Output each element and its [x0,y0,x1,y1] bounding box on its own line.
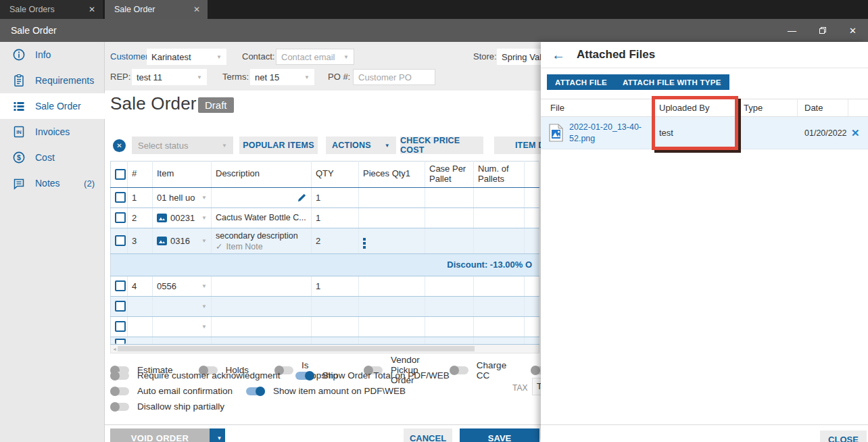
list-icon [12,99,26,113]
rep-select[interactable]: test 11 ▼ [132,69,207,85]
sidebar-item-info[interactable]: Info [0,42,104,68]
tab-sale-order[interactable]: Sale Order ✕ [105,0,208,19]
scrollbar-thumb[interactable] [118,346,475,351]
secondary-description: secondary description [216,230,307,241]
row-checkbox[interactable] [115,192,126,203]
po-input[interactable]: Customer PO [353,69,435,85]
table-row-empty[interactable]: ▼ [111,296,539,316]
toggle-row-3: Auto email confirmation Show item amount… [110,386,406,396]
row-checkbox[interactable] [115,212,126,223]
col-file: File [541,99,652,116]
row-checkbox[interactable] [115,301,126,312]
clipboard-icon [12,74,26,87]
row-menu-icon[interactable] [363,238,366,249]
minimize-button[interactable]: — [777,19,807,42]
chevron-down-icon: ▼ [304,74,310,80]
customer-select[interactable]: Karinatest ▼ [147,49,226,65]
extra-toggle[interactable] [531,366,541,374]
col-description: Description [212,162,312,188]
sidebar-item-label: Info [35,49,51,60]
close-icon[interactable]: ✕ [193,5,200,14]
void-order-button[interactable]: VOID ORDER [110,428,210,442]
scroll-left-icon[interactable]: ◄ [112,347,117,351]
tax-label: TAX [512,383,527,393]
chevron-down-icon: ▼ [197,74,202,80]
table-row[interactable]: 4 0556▼ 1 [111,276,539,296]
col-item: Item [153,162,212,188]
restore-button[interactable] [807,19,838,42]
sidebar-item-label: Requirements [35,75,94,86]
table-row-partial [111,337,539,344]
tab-sale-orders[interactable]: Sale Orders ✕ [0,0,103,19]
row-checkbox[interactable] [115,321,126,332]
save-button[interactable]: SAVE [460,428,539,442]
tax-field[interactable]: T [532,378,541,395]
col-num: # [128,162,153,188]
sidebar-item-cost[interactable]: $ Cost [0,145,104,170]
contact-select[interactable]: Contact email ▼ [276,49,354,65]
item-dropdown[interactable]: ▼ [157,303,207,310]
attach-file-with-type-button[interactable]: ATTACH FILE WITH TYPE [614,74,729,90]
select-status-dropdown[interactable]: Select status ▼ [132,137,233,154]
store-select[interactable]: Spring Valle [497,49,541,65]
close-icon[interactable]: ✕ [89,5,95,14]
check-price-cost-button[interactable]: CHECK PRICE COST [400,137,483,154]
sidebar-item-invoices[interactable]: IN Invoices [0,119,104,145]
charge-cc-toggle[interactable] [450,366,468,374]
col-date: Date [798,99,848,116]
row-checkbox[interactable] [115,339,126,344]
chevron-down-icon: ▼ [201,195,207,201]
customer-label: Customer: [110,51,151,62]
sidebar-item-label: Invoices [35,126,70,137]
void-order-menu-button[interactable]: ▼ [210,428,225,442]
close-panel-button[interactable]: CLOSE [820,431,867,442]
date-cell: 01/20/2022 [798,117,848,149]
chevron-down-icon: ▼ [216,54,222,60]
close-button[interactable]: ✕ [838,19,868,42]
auto-email-toggle[interactable] [110,387,129,395]
cancel-button[interactable]: CANCEL [404,428,452,442]
show-item-amount-toggle[interactable] [246,387,265,395]
chevron-down-icon: ▼ [201,283,207,289]
attach-file-button[interactable]: ATTACH FILE [547,74,615,90]
sidebar-item-requirements[interactable]: Requirements [0,68,104,93]
invoice-icon: IN [12,125,26,139]
disallow-partial-toggle[interactable] [110,403,129,411]
sale-order-main: Customer: Karinatest ▼ Contact: Contact … [105,42,541,442]
horizontal-scrollbar[interactable]: ◄ [110,345,539,353]
actions-button[interactable]: ACTIONS ▼ [326,137,396,154]
row-checkbox[interactable] [115,235,126,246]
back-arrow-icon[interactable]: ← [552,48,565,62]
popular-items-button[interactable]: POPULAR ITEMS [239,137,318,154]
sidebar-item-notes[interactable]: Notes (2) [0,170,104,196]
file-link[interactable]: 2022-01-20_13-40-52.png [569,122,645,144]
contact-label: Contact: [242,51,274,62]
table-header-row: # Item Description QTY Pieces Qty1 Case … [111,162,539,188]
sidebar-item-sale-order[interactable]: Sale Order [0,93,105,119]
show-order-total-toggle[interactable] [295,372,314,380]
row-checkbox[interactable] [115,280,126,291]
workspace: Info Requirements Sale Order IN Invoices… [0,42,868,442]
table-row-empty[interactable]: ▼ [111,316,539,337]
info-icon [12,48,26,62]
require-ack-toggle[interactable] [110,372,129,380]
table-row[interactable]: 1 01 hell uo▼ 1 [111,187,539,207]
edit-pencil-icon[interactable] [297,193,307,203]
item-details-button[interactable]: ITEM DETA [494,137,541,154]
sidebar-item-label: Notes [35,178,60,189]
chevron-down-icon: ▼ [217,435,222,441]
tab-label: Sale Orders [9,5,55,14]
item-dropdown[interactable]: 00231▼ [157,213,207,223]
select-all-checkbox[interactable] [115,169,126,180]
chevron-down-icon: ▼ [201,215,207,221]
store-label: Store: [473,51,497,62]
delete-file-icon[interactable]: ✕ [851,127,860,139]
item-dropdown[interactable]: 0316▼ [157,236,207,246]
table-row[interactable]: 2 00231▼ Cactus Water Bottle C... 1 [111,207,539,228]
terms-select[interactable]: net 15 ▼ [250,69,314,85]
item-dropdown[interactable]: 0556▼ [157,281,207,291]
item-dropdown[interactable]: ▼ [157,324,207,330]
clear-status-icon[interactable]: ✕ [113,139,126,152]
table-row[interactable]: 3 0316▼ secondary description ✓Item Note… [111,228,539,253]
item-dropdown[interactable]: 01 hell uo▼ [157,193,207,203]
